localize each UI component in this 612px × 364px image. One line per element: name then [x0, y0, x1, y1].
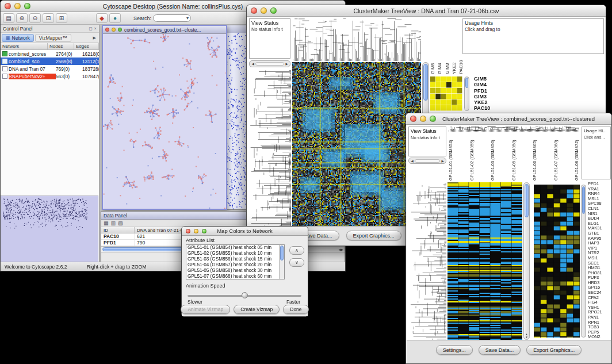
child-close-icon[interactable] — [105, 28, 109, 32]
column-label[interactable]: GPL51-02 (GSM855) — [469, 132, 475, 181]
dropdown-arrow-icon[interactable]: ▾ — [186, 16, 189, 21]
zoom-region-button[interactable]: ⊞ — [56, 13, 67, 23]
select-attributes-icon[interactable]: ▦ — [104, 220, 109, 226]
scroll-track[interactable] — [415, 159, 440, 163]
dendrogram-scale-scrollbar[interactable]: ◀ ▶ — [408, 158, 446, 164]
gene-label[interactable]: GIM4 — [474, 82, 504, 87]
dialog-titlebar[interactable]: Map Colors to Network — [182, 227, 308, 236]
attribute-list-item[interactable]: GPL51-01 (GSM854) heat shock 05 min — [186, 245, 284, 251]
treeview-button[interactable]: Settings... — [436, 345, 473, 355]
child-minimize-icon[interactable] — [112, 28, 116, 32]
scroll-left-icon[interactable]: ◀ — [410, 159, 415, 163]
vscroll-thumb[interactable] — [423, 64, 428, 101]
gene-label[interactable]: PAC10 — [474, 105, 504, 111]
attribute-list-item[interactable]: GPL51-04 (GSM857) heat shock 20 min — [186, 262, 284, 268]
column-label[interactable]: GPL51-01 (GSM854) — [448, 132, 453, 181]
row-dendrogram[interactable] — [408, 182, 446, 340]
minimize-button[interactable] — [194, 229, 198, 233]
tab-overflow-icon[interactable]: ▶ — [93, 36, 98, 40]
gene-label[interactable]: GIM5 — [474, 76, 504, 82]
column-label[interactable]: GPL51-03 (GSM856) — [490, 132, 495, 181]
move-up-button[interactable]: ∧ — [289, 246, 304, 255]
scroll-left-icon[interactable]: ◀ — [250, 62, 255, 66]
animation-speed-slider[interactable] — [188, 292, 301, 299]
heatmap-zoom-view[interactable] — [534, 185, 580, 338]
treeview-button[interactable]: Save Data... — [479, 345, 521, 355]
dendrogram-scale-scrollbar[interactable]: ◀ ▶ — [249, 60, 290, 67]
network-tree-row[interactable]: DNA and Tran 07 769(0) 183728(0) — [1, 65, 99, 72]
column-label[interactable]: GPL51-06 (GSM865) — [532, 132, 537, 181]
scroll-right-icon[interactable]: ▶ — [440, 159, 445, 163]
heatmap-zoom-view[interactable] — [430, 76, 462, 111]
network-tree-row[interactable]: RNAPuberNov2+ 563(0) 107847(0) — [1, 72, 99, 80]
done-button[interactable]: Done — [283, 305, 308, 314]
column-dendrogram[interactable] — [448, 127, 579, 132]
attribute-list-item[interactable]: GPL51-07 (GSM868) heat shock 60 min — [186, 274, 284, 279]
tab-vizmapper[interactable]: VizMapper™ — [35, 34, 71, 42]
column-header-edges[interactable]: Edges — [74, 43, 99, 49]
slider-thumb[interactable] — [242, 292, 248, 298]
child-zoom-icon[interactable] — [118, 28, 122, 32]
column-label[interactable]: GIM4 — [437, 35, 442, 74]
attribute-list-item[interactable]: GPL51-05 (GSM858) heat shock 30 min — [186, 268, 284, 274]
plugin-button-1[interactable]: ◆ — [96, 13, 108, 23]
close-button[interactable] — [410, 116, 416, 122]
open-session-button[interactable]: ▤ — [3, 13, 14, 23]
column-label[interactable]: GPL51-08 (GSM872) — [574, 132, 579, 181]
treeview-button[interactable]: Export Graphics... — [346, 231, 401, 240]
column-label[interactable]: GIM5 — [430, 35, 435, 74]
create-vizmap-button[interactable]: Create Vizmap — [234, 305, 280, 314]
plugin-button-2[interactable]: ● — [109, 13, 121, 23]
column-label[interactable]: GPL51-07 (GSM868) — [553, 132, 559, 181]
vscroll-arrows-icon[interactable]: ▲▼ — [524, 333, 529, 339]
attribute-list-item[interactable]: GPL51-03 (GSM856) heat shock 15 min — [186, 256, 284, 262]
attribute-listbox[interactable]: GPL51-01 (GSM854) heat shock 05 minGPL51… — [186, 244, 285, 279]
treeview-button[interactable]: Export Graphics... — [526, 345, 582, 355]
heatmap-global-view[interactable] — [292, 62, 421, 226]
search-input[interactable]: ▾ — [153, 14, 191, 22]
vscroll-thumb[interactable] — [280, 246, 284, 260]
column-header-nodes[interactable]: Nodes — [48, 43, 74, 49]
column-header-network[interactable]: Network — [1, 43, 48, 49]
zoom-in-button[interactable]: ⊕ — [16, 13, 28, 23]
animate-vizmap-button[interactable]: Animate Vizmap — [181, 305, 230, 314]
move-down-button[interactable]: ∨ — [289, 258, 304, 267]
column-label[interactable]: GPL51-05 (GSM858) — [511, 132, 517, 181]
vscroll-thumb[interactable] — [582, 186, 585, 214]
minimize-button[interactable] — [14, 3, 21, 9]
zoom-button[interactable] — [270, 7, 277, 14]
column-label[interactable]: YKE2 — [452, 35, 457, 74]
list-vscrollbar[interactable] — [279, 245, 284, 279]
treeview-dna-titlebar[interactable]: ClusterMaker TreeView : DNA and Tran 07-… — [247, 5, 606, 17]
scroll-track[interactable] — [255, 62, 284, 66]
gene-label[interactable]: YKE2 — [474, 99, 504, 105]
float-panel-icon[interactable]: ◻ — [89, 26, 92, 31]
close-button[interactable] — [5, 3, 11, 9]
gene-label[interactable]: MON2 — [588, 335, 611, 340]
tab-network[interactable]: ▦ Network — [2, 34, 34, 42]
minimize-button[interactable] — [261, 7, 267, 14]
create-attribute-icon[interactable]: ▥ — [111, 220, 116, 226]
delete-attribute-icon[interactable]: ▨ — [118, 220, 123, 226]
close-panel-icon[interactable]: × — [94, 26, 97, 31]
zoom-vscrollbar[interactable] — [464, 76, 469, 111]
minimize-button[interactable] — [420, 116, 426, 122]
gene-label[interactable]: GIM3 — [474, 94, 504, 99]
column-dendrogram[interactable] — [292, 18, 421, 61]
network-tree-row[interactable]: combined_sco 2569(8) 13112(15) — [1, 58, 99, 65]
vscroll-thumb[interactable] — [525, 184, 529, 217]
close-button[interactable] — [186, 229, 190, 233]
heatmap-vscrollbar[interactable]: ▲▼ — [523, 182, 530, 340]
zoom-fit-button[interactable]: ⊡ — [43, 13, 54, 23]
gene-label[interactable]: PFD1 — [474, 88, 504, 94]
zoom-out-button[interactable]: ⊖ — [29, 13, 41, 23]
hscroll-arrows-icon[interactable]: ◀▶ — [339, 248, 343, 251]
birdseye-view[interactable] — [1, 196, 98, 262]
close-button[interactable] — [251, 7, 257, 14]
column-header-id[interactable]: ID — [101, 227, 135, 233]
treeview-combined-titlebar[interactable]: ClusterMaker TreeView : combined_scores_… — [406, 113, 611, 125]
network-canvas[interactable] — [103, 34, 226, 209]
row-dendrogram[interactable] — [249, 70, 291, 226]
attribute-list-item[interactable]: GPL51-02 (GSM855) heat shock 10 min — [186, 251, 284, 256]
zoom-vscrollbar[interactable] — [581, 185, 586, 338]
